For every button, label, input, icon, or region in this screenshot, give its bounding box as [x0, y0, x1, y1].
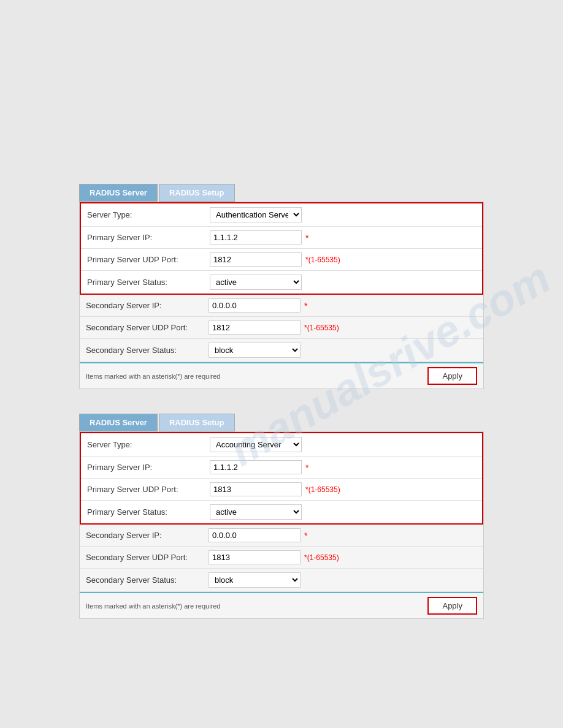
secondary-port-row-1: Secondary Server UDP Port: *(1-65535)	[80, 317, 483, 339]
server-type-row-1: Server Type: Authentication Server Accou…	[81, 203, 482, 227]
server-type-input-area-2: Authentication Server Accounting Server	[210, 437, 476, 452]
primary-ip-input-area-2: *	[210, 460, 476, 474]
primary-ip-required-2: *	[305, 463, 308, 472]
primary-status-select-1[interactable]: active block	[210, 275, 302, 290]
tab-radius-setup-2[interactable]: RADIUS Setup	[159, 414, 235, 431]
secondary-status-row-1: Secondary Server Status: active block	[80, 339, 483, 362]
secondary-ip-label-1: Secondary Server IP:	[86, 301, 209, 310]
apply-button-1[interactable]: Apply	[427, 367, 477, 385]
form-container-1: Server Type: Authentication Server Accou…	[79, 202, 484, 389]
primary-status-label-1: Primary Server Status:	[87, 278, 210, 287]
primary-port-label-1: Primary Server UDP Port:	[87, 255, 210, 264]
secondary-port-hint-1: *(1-65535)	[304, 324, 339, 332]
primary-port-row-1: Primary Server UDP Port: *(1-65535)	[81, 249, 482, 271]
server-type-select-2[interactable]: Authentication Server Accounting Server	[210, 437, 302, 452]
primary-status-row-2: Primary Server Status: active block	[81, 501, 482, 523]
secondary-port-input-area-2: *(1-65535)	[209, 550, 477, 564]
secondary-ip-row-1: Secondary Server IP: *	[80, 295, 483, 317]
tabs-bar-2: RADIUS Server RADIUS Setup	[79, 414, 484, 431]
secondary-port-label-2: Secondary Server UDP Port:	[86, 553, 209, 562]
apply-button-2[interactable]: Apply	[427, 597, 477, 615]
primary-ip-row-1: Primary Server IP: *	[81, 227, 482, 249]
primary-status-input-area-1: active block	[210, 275, 476, 290]
primary-ip-input-2[interactable]	[210, 460, 302, 474]
page-wrapper: RADIUS Server RADIUS Setup Server Type: …	[0, 0, 563, 728]
primary-port-input-area-1: *(1-65535)	[210, 252, 476, 267]
server-type-label-1: Server Type:	[87, 210, 210, 219]
secondary-port-input-2[interactable]	[209, 550, 301, 564]
secondary-ip-required-1: *	[304, 301, 307, 311]
tab-radius-setup-1[interactable]: RADIUS Setup	[159, 184, 235, 202]
secondary-ip-input-1[interactable]	[209, 298, 301, 313]
secondary-port-input-area-1: *(1-65535)	[209, 320, 477, 335]
server-type-select-1[interactable]: Authentication Server Accounting Server	[210, 207, 302, 222]
secondary-status-input-area-2: active block	[209, 572, 477, 588]
secondary-ip-input-area-2: *	[209, 528, 477, 542]
highlighted-section-1: Server Type: Authentication Server Accou…	[80, 202, 483, 295]
primary-ip-row-2: Primary Server IP: *	[81, 457, 482, 479]
secondary-ip-row-2: Secondary Server IP: *	[80, 525, 483, 547]
form-container-2: Server Type: Authentication Server Accou…	[79, 431, 484, 619]
primary-status-row-1: Primary Server Status: active block	[81, 271, 482, 294]
secondary-port-label-1: Secondary Server UDP Port:	[86, 323, 209, 332]
secondary-port-input-1[interactable]	[209, 320, 301, 335]
primary-status-input-area-2: active block	[210, 504, 476, 520]
server-type-label-2: Server Type:	[87, 440, 210, 449]
section1: RADIUS Server RADIUS Setup Server Type: …	[79, 184, 484, 389]
secondary-status-input-area-1: active block	[209, 343, 477, 358]
secondary-ip-required-2: *	[304, 531, 307, 540]
secondary-ip-input-2[interactable]	[209, 528, 301, 542]
secondary-status-select-2[interactable]: active block	[209, 572, 301, 588]
secondary-status-label-2: Secondary Server Status:	[86, 575, 209, 585]
secondary-ip-input-area-1: *	[209, 298, 477, 313]
footer-row-1: Items marked with an asterisk(*) are req…	[80, 363, 483, 389]
primary-ip-input-1[interactable]	[210, 230, 302, 245]
section2: RADIUS Server RADIUS Setup Server Type: …	[79, 414, 484, 619]
primary-ip-label-1: Primary Server IP:	[87, 233, 210, 242]
tabs-bar-1: RADIUS Server RADIUS Setup	[79, 184, 484, 202]
primary-port-hint-1: *(1-65535)	[305, 256, 340, 264]
primary-ip-required-1: *	[305, 233, 308, 243]
tab-radius-server-2[interactable]: RADIUS Server	[79, 414, 158, 431]
primary-port-row-2: Primary Server UDP Port: *(1-65535)	[81, 479, 482, 501]
primary-status-label-2: Primary Server Status:	[87, 507, 210, 517]
highlighted-section-2: Server Type: Authentication Server Accou…	[80, 432, 483, 525]
footnote-1: Items marked with an asterisk(*) are req…	[86, 373, 220, 380]
primary-status-select-2[interactable]: active block	[210, 504, 302, 520]
primary-port-hint-2: *(1-65535)	[305, 485, 340, 494]
primary-port-input-area-2: *(1-65535)	[210, 482, 476, 496]
primary-port-input-2[interactable]	[210, 482, 302, 496]
secondary-port-row-2: Secondary Server UDP Port: *(1-65535)	[80, 547, 483, 569]
server-type-row-2: Server Type: Authentication Server Accou…	[81, 433, 482, 457]
secondary-ip-label-2: Secondary Server IP:	[86, 531, 209, 540]
secondary-status-select-1[interactable]: active block	[209, 343, 301, 358]
server-type-input-area-1: Authentication Server Accounting Server	[210, 207, 476, 222]
primary-port-label-2: Primary Server UDP Port:	[87, 485, 210, 494]
secondary-status-row-2: Secondary Server Status: active block	[80, 569, 483, 592]
tab-radius-server-1[interactable]: RADIUS Server	[79, 184, 158, 202]
footer-row-2: Items marked with an asterisk(*) are req…	[80, 593, 483, 618]
primary-ip-label-2: Primary Server IP:	[87, 463, 210, 472]
secondary-port-hint-2: *(1-65535)	[304, 553, 339, 562]
footnote-2: Items marked with an asterisk(*) are req…	[86, 602, 220, 610]
primary-ip-input-area-1: *	[210, 230, 476, 245]
primary-port-input-1[interactable]	[210, 252, 302, 267]
secondary-status-label-1: Secondary Server Status:	[86, 346, 209, 355]
